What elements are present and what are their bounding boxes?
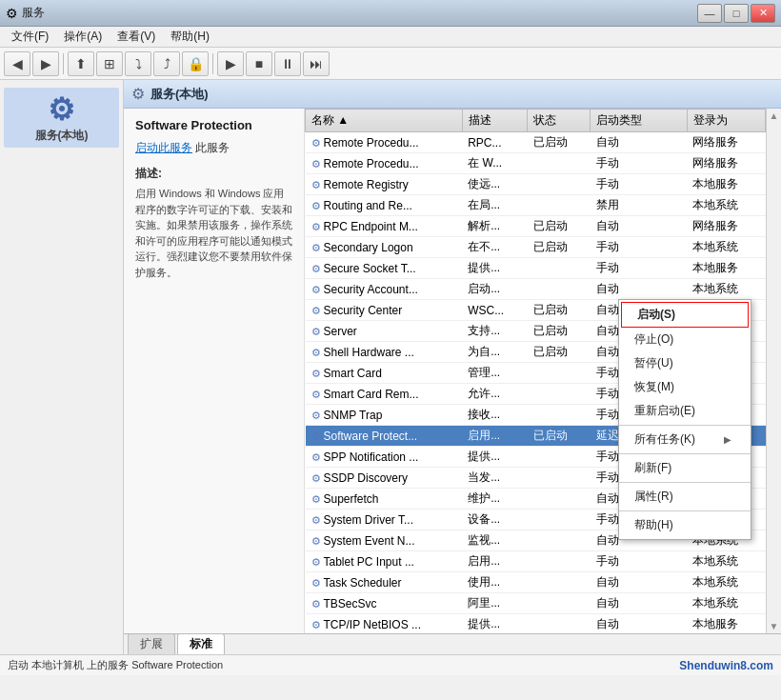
scrollbar-v[interactable]: ▲ ▼ (766, 109, 781, 633)
export-button[interactable]: ⤵ (125, 51, 151, 76)
cell-name: ⚙Server (306, 321, 463, 342)
table-row[interactable]: ⚙TBSecSvc 阿里... 自动 本地系统 (306, 593, 766, 614)
table-row[interactable]: ⚙Routing and Re... 在局... 禁用 本地系统 (306, 195, 766, 216)
stop-button[interactable]: ■ (246, 51, 272, 76)
cell-status (528, 363, 591, 384)
table-row[interactable]: ⚙Secondary Logon 在不... 已启动 手动 本地系统 (306, 237, 766, 258)
table-row[interactable]: ⚙Security Account... 启动... 自动 本地系统 (306, 279, 766, 300)
row-icon: ⚙ (311, 263, 321, 274)
context-menu-item-3[interactable]: 恢复(M) (619, 375, 751, 399)
cell-status (528, 614, 591, 634)
play-button[interactable]: ▶ (217, 51, 244, 76)
cell-desc: WSC... (462, 300, 528, 321)
tab-extended[interactable]: 扩展 (128, 633, 175, 654)
col-status[interactable]: 状态 (528, 110, 591, 132)
table-row[interactable]: ⚙Secure Socket T... 提供... 手动 本地服务 (306, 258, 766, 279)
cell-name: ⚙Software Protect... (306, 426, 463, 447)
cell-desc: 提供... (462, 614, 528, 634)
context-menu-label: 刷新(F) (634, 460, 671, 476)
show-hide-button[interactable]: ⊞ (96, 51, 123, 76)
context-menu-item-8[interactable]: 刷新(F) (619, 456, 751, 480)
context-menu-item-10[interactable]: 属性(R) (619, 485, 751, 509)
back-button[interactable]: ◀ (4, 51, 30, 76)
nav-local-services[interactable]: ⚙ 服务(本地) (4, 88, 119, 148)
cell-status (528, 593, 591, 614)
menu-file[interactable]: 文件(F) (4, 27, 56, 47)
row-icon: ⚙ (311, 451, 321, 463)
cell-desc: 解析... (462, 216, 528, 237)
context-menu-item-2[interactable]: 暂停(U) (619, 351, 751, 375)
tab-bar: 扩展 标准 (124, 633, 781, 654)
cell-desc: 维护... (462, 489, 528, 510)
content-header-icon: ⚙ (131, 85, 145, 103)
cell-desc: 启动... (462, 279, 528, 300)
cell-desc: 监视... (462, 530, 528, 551)
minimize-button[interactable]: — (697, 4, 722, 23)
col-name[interactable]: 名称 ▲ (306, 110, 463, 132)
context-menu-item-12[interactable]: 帮助(H) (619, 513, 751, 537)
col-logon[interactable]: 登录为 (687, 110, 765, 132)
forward-button[interactable]: ▶ (32, 51, 59, 76)
cell-desc: 在局... (462, 195, 528, 216)
content-header: ⚙ 服务(本地) (124, 80, 781, 109)
cell-desc: 接收... (462, 405, 528, 426)
table-row[interactable]: ⚙Task Scheduler 使用... 自动 本地系统 (306, 572, 766, 593)
table-row[interactable]: ⚙RPC Endpoint M... 解析... 已启动 自动 网络服务 (306, 216, 766, 237)
table-row[interactable]: ⚙Remote Procedu... 在 W... 手动 网络服务 (306, 153, 766, 174)
title-bar: ⚙ 服务 — □ ✕ (0, 0, 781, 27)
context-menu: 启动(S)停止(O)暂停(U)恢复(M)重新启动(E)所有任务(K)▶刷新(F)… (618, 299, 751, 540)
content-header-text: 服务(本地) (150, 86, 209, 103)
table-row[interactable]: ⚙Tablet PC Input ... 启用... 手动 本地系统 (306, 551, 766, 572)
col-startup[interactable]: 启动类型 (591, 110, 688, 132)
maximize-button[interactable]: □ (724, 4, 749, 23)
cell-name: ⚙SNMP Trap (306, 405, 463, 426)
scroll-up-arrow[interactable]: ▲ (770, 110, 779, 121)
menu-help[interactable]: 帮助(H) (163, 27, 217, 47)
table-row[interactable]: ⚙TCP/IP NetBIOS ... 提供... 自动 本地服务 (306, 614, 766, 634)
context-menu-label: 帮助(H) (634, 517, 673, 533)
col-desc[interactable]: 描述 (462, 110, 528, 132)
up-button[interactable]: ⬆ (68, 51, 94, 76)
cell-startup: 手动 (591, 237, 688, 258)
context-menu-item-1[interactable]: 停止(O) (619, 328, 751, 351)
desc-service-name: Software Protection (135, 118, 292, 132)
table-wrapper: Software Protection 启动此服务 此服务 描述: 启用 Win… (124, 109, 781, 633)
cell-desc: 当发... (462, 468, 528, 489)
scroll-down-arrow[interactable]: ▼ (770, 621, 779, 631)
context-menu-item-0[interactable]: 启动(S) (621, 302, 749, 328)
table-row[interactable]: ⚙Remote Registry 使远... 手动 本地服务 (306, 174, 766, 195)
menu-action[interactable]: 操作(A) (56, 27, 110, 47)
toolbar-sep-2 (212, 53, 213, 74)
cell-desc: 阿里... (462, 593, 528, 614)
cell-logon: 本地系统 (687, 195, 765, 216)
cell-status (528, 405, 591, 426)
cell-startup: 自动 (591, 572, 688, 593)
cell-desc: 为自... (462, 342, 528, 363)
table-row[interactable]: ⚙Remote Procedu... RPC... 已启动 自动 网络服务 (306, 132, 766, 153)
cell-logon: 网络服务 (687, 216, 765, 237)
cell-logon: 本地系统 (687, 593, 765, 614)
cell-desc: 支持... (462, 321, 528, 342)
services-nav-icon: ⚙ (10, 91, 113, 128)
start-service-link[interactable]: 启动此服务 此服务 (135, 140, 292, 156)
cell-logon: 本地系统 (687, 572, 765, 593)
import-button[interactable]: ⤴ (153, 51, 180, 76)
context-menu-item-6[interactable]: 所有任务(K)▶ (619, 428, 751, 451)
row-icon: ⚙ (311, 389, 321, 400)
context-menu-label: 恢复(M) (634, 379, 674, 395)
window-icon: ⚙ (6, 6, 18, 21)
restart-button[interactable]: ⏭ (303, 51, 330, 76)
cell-logon: 本地服务 (687, 174, 765, 195)
tab-standard[interactable]: 标准 (177, 633, 225, 654)
lock-button[interactable]: 🔒 (182, 51, 209, 76)
close-button[interactable]: ✕ (751, 4, 775, 23)
context-menu-item-4[interactable]: 重新启动(E) (619, 399, 751, 423)
pause-button[interactable]: ⏸ (274, 51, 301, 76)
menu-view[interactable]: 查看(V) (110, 27, 163, 47)
cell-name: ⚙TCP/IP NetBIOS ... (306, 614, 463, 634)
cell-desc: 使远... (462, 174, 528, 195)
cell-status: 已启动 (528, 237, 591, 258)
cell-status (528, 153, 591, 174)
cell-status (528, 551, 591, 572)
cell-name: ⚙SPP Notification ... (306, 447, 463, 468)
